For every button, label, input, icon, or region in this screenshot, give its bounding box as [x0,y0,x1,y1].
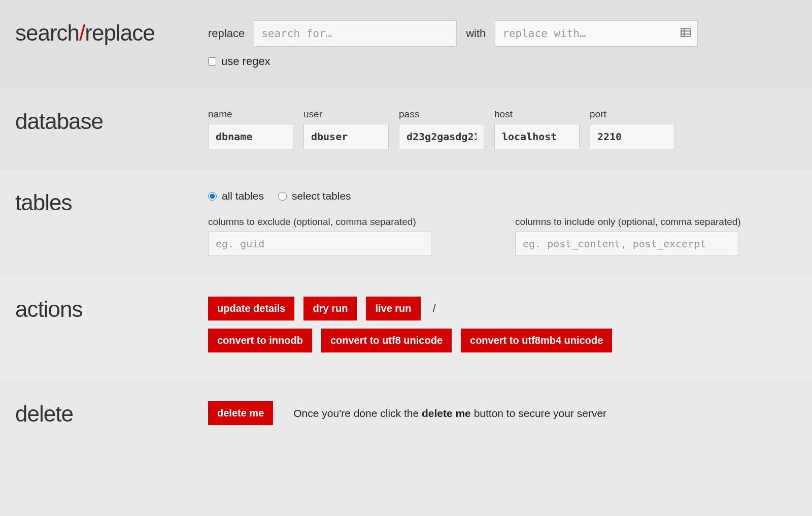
db-name-label: name [208,109,293,120]
convert-utf8mb4-button[interactable]: convert to utf8mb4 unicode [461,329,612,352]
radio-all-tables[interactable] [208,192,217,201]
db-port-input[interactable] [590,124,675,149]
regex-label: use regex [221,55,270,68]
exclude-input[interactable] [208,232,431,256]
replace-label: replace [208,27,245,40]
delete-instruction: Once you're done click the delete me but… [293,407,606,420]
section-actions: actions update details dry run live run … [0,276,812,381]
with-label: with [466,27,486,40]
delete-heading: delete [15,401,208,427]
db-host-input[interactable] [494,124,580,149]
db-pass-label: pass [399,109,484,120]
section-search: search/replace replace with use regex [0,0,812,88]
tables-heading: tables [15,190,208,215]
actions-separator: / [430,302,439,315]
db-port-label: port [590,109,675,120]
search-input[interactable] [254,20,457,47]
delete-me-button[interactable]: delete me [208,401,273,425]
convert-innodb-button[interactable]: convert to innodb [208,329,312,352]
db-user-input[interactable] [303,124,389,149]
section-tables: tables all tables select tables columns … [0,170,812,276]
radio-select-tables[interactable] [278,192,287,201]
actions-heading: actions [15,297,208,322]
replace-input[interactable] [495,20,698,47]
table-icon[interactable] [681,28,691,39]
live-run-button[interactable]: live run [366,297,420,320]
svg-rect-0 [681,28,690,37]
include-input[interactable] [515,232,738,256]
database-heading: database [15,109,208,134]
db-user-label: user [303,109,389,120]
include-label: columns to include only (optional, comma… [515,216,797,228]
radio-all-tables-label: all tables [222,190,264,202]
regex-checkbox[interactable] [208,57,216,66]
update-details-button[interactable]: update details [208,297,294,320]
exclude-label: columns to exclude (optional, comma sepa… [208,216,490,228]
section-delete: delete delete me Once you're done click … [0,381,812,447]
section-database: database name user pass host port [0,88,812,170]
radio-select-tables-label: select tables [292,190,351,202]
db-name-input[interactable] [208,124,293,149]
db-pass-input[interactable] [399,124,484,149]
dry-run-button[interactable]: dry run [303,297,357,320]
db-host-label: host [494,109,580,120]
convert-utf8-button[interactable]: convert to utf8 unicode [321,329,452,352]
search-replace-title: search/replace [15,20,208,46]
